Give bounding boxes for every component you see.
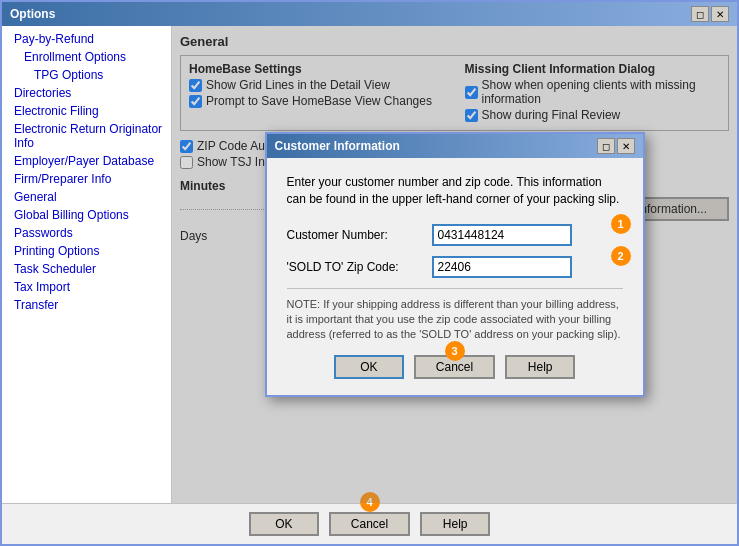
- modal-title-buttons: ◻ ✕: [597, 138, 635, 154]
- circle-1: 1: [611, 214, 631, 234]
- title-bar: Options ◻ ✕: [2, 2, 737, 26]
- circle-2: 2: [611, 246, 631, 266]
- main-window: Options ◻ ✕ Pay-by-Refund Enrollment Opt…: [0, 0, 739, 546]
- zip-code-input[interactable]: [432, 256, 572, 278]
- zip-code-field: 'SOLD TO' Zip Code: 2: [287, 256, 623, 278]
- sidebar-item-directories[interactable]: Directories: [2, 84, 171, 102]
- modal-note: NOTE: If your shipping address is differ…: [287, 288, 623, 343]
- sidebar-item-electronic-filing[interactable]: Electronic Filing: [2, 102, 171, 120]
- main-ok-button[interactable]: OK: [249, 512, 319, 536]
- main-help-button[interactable]: Help: [420, 512, 490, 536]
- sidebar-item-transfer[interactable]: Transfer: [2, 296, 171, 314]
- customer-number-label: Customer Number:: [287, 228, 432, 242]
- customer-number-field: Customer Number: 1: [287, 224, 623, 246]
- sidebar-item-pay-by-refund[interactable]: Pay-by-Refund: [2, 30, 171, 48]
- window-title: Options: [10, 7, 55, 21]
- circle-3: 3: [445, 341, 465, 361]
- modal-restore-button[interactable]: ◻: [597, 138, 615, 154]
- sidebar-item-ero-info[interactable]: Electronic Return Originator Info: [2, 120, 171, 152]
- main-cancel-button[interactable]: Cancel: [329, 512, 410, 536]
- customer-info-modal: Customer Information ◻ ✕ Enter your cust…: [265, 132, 645, 397]
- modal-close-button[interactable]: ✕: [617, 138, 635, 154]
- bottom-buttons: 4 OK Cancel Help: [2, 503, 737, 544]
- sidebar-item-general[interactable]: General: [2, 188, 171, 206]
- sidebar: Pay-by-Refund Enrollment Options TPG Opt…: [2, 26, 172, 503]
- sidebar-item-task-scheduler[interactable]: Task Scheduler: [2, 260, 171, 278]
- sidebar-item-global-billing[interactable]: Global Billing Options: [2, 206, 171, 224]
- modal-help-button[interactable]: Help: [505, 355, 575, 379]
- title-bar-buttons: ◻ ✕: [691, 6, 729, 22]
- sidebar-item-passwords[interactable]: Passwords: [2, 224, 171, 242]
- sidebar-item-tpg-options[interactable]: TPG Options: [2, 66, 171, 84]
- window-body: Pay-by-Refund Enrollment Options TPG Opt…: [2, 26, 737, 503]
- modal-description: Enter your customer number and zip code.…: [287, 174, 623, 208]
- sidebar-item-firm-preparer[interactable]: Firm/Preparer Info: [2, 170, 171, 188]
- restore-button[interactable]: ◻: [691, 6, 709, 22]
- modal-ok-button[interactable]: OK: [334, 355, 404, 379]
- sidebar-item-enrollment-options[interactable]: Enrollment Options: [2, 48, 171, 66]
- modal-overlay: Customer Information ◻ ✕ Enter your cust…: [172, 26, 737, 503]
- zip-code-label: 'SOLD TO' Zip Code:: [287, 260, 432, 274]
- modal-body: Enter your customer number and zip code.…: [267, 158, 643, 395]
- modal-title-bar: Customer Information ◻ ✕: [267, 134, 643, 158]
- sidebar-item-printing[interactable]: Printing Options: [2, 242, 171, 260]
- customer-number-input[interactable]: [432, 224, 572, 246]
- sidebar-item-employer-payer[interactable]: Employer/Payer Database: [2, 152, 171, 170]
- main-content: General HomeBase Settings Show Grid Line…: [172, 26, 737, 503]
- close-button[interactable]: ✕: [711, 6, 729, 22]
- modal-title: Customer Information: [275, 139, 400, 153]
- modal-buttons: 3 OK Cancel Help: [287, 355, 623, 379]
- sidebar-item-tax-import[interactable]: Tax Import: [2, 278, 171, 296]
